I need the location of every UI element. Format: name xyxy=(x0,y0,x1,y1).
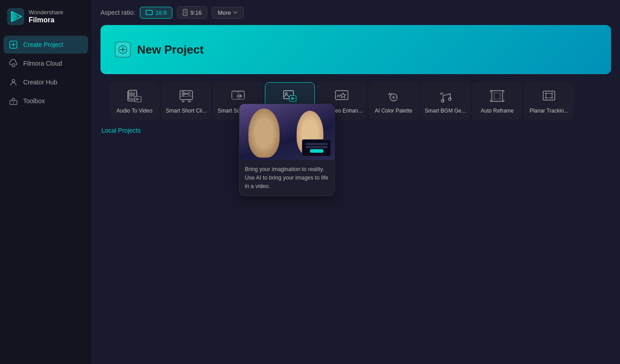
svg-rect-28 xyxy=(182,100,184,102)
svg-rect-53 xyxy=(492,91,503,101)
sidebar: Wondershare Filmora Create Project xyxy=(0,0,92,364)
portrait-icon xyxy=(183,9,188,16)
smart-scene-cut-icon xyxy=(230,88,246,104)
svg-point-59 xyxy=(545,97,547,99)
tooltip-description-text: Bring your imagination to reality. Use A… xyxy=(245,165,329,190)
sidebar-item-filmora-cloud[interactable]: Filmora Cloud xyxy=(4,54,88,72)
audio-to-video-icon xyxy=(126,88,142,104)
more-aspect-button[interactable]: More xyxy=(212,7,244,19)
tool-ai-color-palette[interactable]: AI AI Color Palette xyxy=(369,82,419,120)
smart-short-clip-icon xyxy=(178,88,194,104)
sidebar-item-label-create-project: Create Project xyxy=(23,41,63,48)
svg-point-30 xyxy=(182,92,184,93)
aspect-16-9-label: 16:9 xyxy=(155,9,167,16)
tool-ai-color-palette-label: AI Color Palette xyxy=(375,108,412,115)
overlay-button xyxy=(310,149,323,153)
create-project-icon xyxy=(9,40,18,49)
svg-text:AI: AI xyxy=(388,92,392,96)
overlay-bar-2 xyxy=(306,146,328,148)
chevron-down-icon xyxy=(233,10,238,15)
aspect-9-16-label: 9:16 xyxy=(190,9,201,16)
toolbox-icon xyxy=(9,96,18,105)
local-projects-section: Local Projects xyxy=(92,120,620,138)
tool-planar-tracking-label: Planar Trackin... xyxy=(530,108,569,115)
tool-auto-reframe-label: Auto Reframe xyxy=(481,108,514,115)
photo-overlay-widget xyxy=(302,139,331,156)
sidebar-item-label-creator-hub: Creator Hub xyxy=(23,79,57,86)
svg-point-31 xyxy=(182,94,184,96)
svg-rect-6 xyxy=(12,64,15,67)
svg-text:AI: AI xyxy=(440,92,444,96)
aspect-9-16-button[interactable]: 9:16 xyxy=(177,6,207,19)
svg-rect-12 xyxy=(184,10,186,14)
image-to-video-tooltip: Bring your imagination to reality. Use A… xyxy=(239,104,335,196)
overlay-bar-1 xyxy=(306,143,328,145)
tool-smart-short-clip-label: Smart Short Cli... xyxy=(166,108,206,115)
aspect-16-9-button[interactable]: 16:9 xyxy=(140,7,172,19)
auto-reframe-icon xyxy=(489,88,505,104)
svg-point-52 xyxy=(448,98,451,100)
sidebar-item-toolbox[interactable]: Toolbox xyxy=(4,92,88,110)
new-project-add-icon xyxy=(115,42,131,58)
ai-tools-strip: Audio To Video xyxy=(101,82,611,120)
sidebar-item-create-project[interactable]: Create Project xyxy=(4,36,88,54)
tooltip-preview-image xyxy=(239,104,335,160)
tooltip-description-body: Bring your imagination to reality. Use A… xyxy=(239,160,335,196)
sidebar-item-creator-hub[interactable]: Creator Hub xyxy=(4,73,88,91)
aspect-ratio-label: Aspect ratio: xyxy=(101,9,135,16)
smart-bgm-gen-icon: AI xyxy=(437,88,453,104)
more-label: More xyxy=(218,9,231,16)
svg-point-60 xyxy=(552,97,553,99)
sidebar-navigation: Create Project Filmora Cloud Creator Hub xyxy=(0,34,92,112)
app-logo: Wondershare Filmora xyxy=(0,0,92,34)
sidebar-item-label-filmora-cloud: Filmora Cloud xyxy=(23,60,62,67)
filmora-logo-icon xyxy=(7,8,24,25)
svg-rect-29 xyxy=(188,100,191,102)
local-projects-label: Local Projects xyxy=(101,127,141,134)
landscape-icon xyxy=(146,10,153,15)
svg-point-57 xyxy=(545,93,547,94)
new-project-banner[interactable]: New Project xyxy=(101,25,611,74)
planar-tracking-icon xyxy=(541,88,557,104)
plus-circle-icon xyxy=(118,45,128,54)
svg-point-58 xyxy=(552,93,553,94)
sidebar-item-label-toolbox: Toolbox xyxy=(23,97,45,105)
creator-hub-icon xyxy=(9,78,18,87)
tool-smart-short-clip[interactable]: Smart Short Cli... xyxy=(161,82,211,120)
filmora-cloud-icon xyxy=(9,59,18,68)
svg-rect-56 xyxy=(546,93,552,98)
new-project-label: New Project xyxy=(137,43,204,57)
product-name: Filmora xyxy=(29,16,63,24)
tool-planar-tracking[interactable]: Planar Trackin... xyxy=(524,82,574,120)
svg-rect-55 xyxy=(543,91,555,100)
tool-smart-bgm-gen-label: Smart BGM Ge... xyxy=(425,108,466,115)
tool-audio-to-video[interactable]: Audio To Video xyxy=(109,82,159,120)
image-to-video-icon xyxy=(282,88,298,104)
svg-point-7 xyxy=(12,79,15,82)
app-name: Wondershare Filmora xyxy=(29,9,63,25)
svg-text:AI: AI xyxy=(337,94,340,98)
ai-video-enhance-icon: AI xyxy=(334,88,350,104)
svg-point-51 xyxy=(441,100,444,102)
tool-auto-reframe[interactable]: Auto Reframe xyxy=(472,82,522,120)
brand-name: Wondershare xyxy=(29,9,63,16)
ai-color-palette-icon: AI xyxy=(385,88,402,104)
tool-audio-to-video-label: Audio To Video xyxy=(117,108,152,115)
aspect-ratio-bar: Aspect ratio: 16:9 9:16 More xyxy=(92,0,620,25)
svg-rect-25 xyxy=(180,91,193,100)
main-content: Aspect ratio: 16:9 9:16 More xyxy=(92,0,620,364)
tool-smart-bgm-gen[interactable]: AI Smart BGM Ge... xyxy=(420,82,470,120)
svg-rect-10 xyxy=(146,10,152,15)
svg-rect-54 xyxy=(494,93,500,99)
